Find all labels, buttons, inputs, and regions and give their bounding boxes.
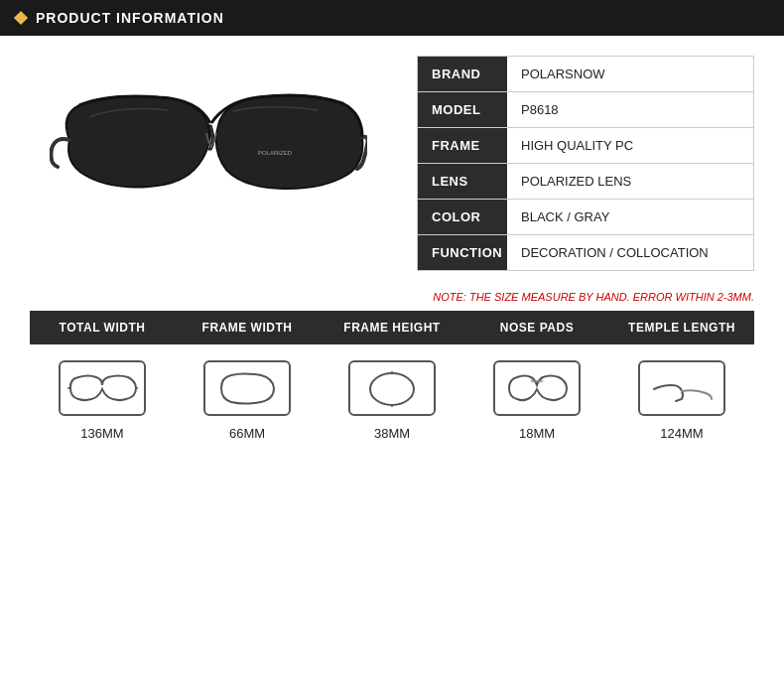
spec-label: MODEL [418, 92, 507, 127]
specs-table: BRAND POLARSNOW MODEL P8618 FRAME HIGH Q… [417, 56, 754, 271]
dim-item: 124MM [609, 360, 754, 441]
spec-value: DECORATION / COLLOCATION [507, 235, 753, 270]
dim-header-cell: TOTAL WIDTH [30, 321, 175, 335]
dimensions-visuals: 136MM 66MM 38MM 18MM 124MM [30, 360, 754, 441]
spec-row: BRAND POLARSNOW [418, 57, 753, 92]
dim-icon-box [348, 360, 436, 416]
svg-point-3 [370, 373, 414, 405]
spec-row: MODEL P8618 [418, 92, 753, 128]
spec-row: FRAME HIGH QUALITY PC [418, 128, 753, 164]
dim-item: 18MM [464, 360, 609, 441]
spec-label: FRAME [418, 128, 507, 163]
diamond-icon [14, 11, 28, 25]
dim-value: 38MM [374, 426, 410, 441]
spec-label: LENS [418, 164, 507, 199]
dim-value: 124MM [660, 426, 703, 441]
svg-text:POLARIZED: POLARIZED [258, 150, 293, 156]
product-image-area: POLARIZED [30, 56, 387, 254]
spec-row: COLOR BLACK / GRAY [418, 200, 753, 235]
dim-icon-box [203, 360, 291, 416]
header-title: PRODUCT INFORMATION [36, 10, 224, 26]
spec-label: COLOR [418, 200, 507, 234]
spec-value: P8618 [507, 92, 753, 127]
dim-item: 66MM [175, 360, 320, 441]
dim-icon-box [638, 360, 725, 416]
dim-icon-box [59, 360, 146, 416]
dim-item: 136MM [30, 360, 175, 441]
dimensions-header: TOTAL WIDTHFRAME WIDTHFRAME HEIGHTNOSE P… [30, 311, 754, 344]
spec-label: FUNCTION [418, 235, 507, 270]
dim-value: 66MM [229, 426, 265, 441]
product-image: POLARIZED [50, 75, 367, 234]
spec-row: FUNCTION DECORATION / COLLOCATION [418, 235, 753, 270]
spec-value: BLACK / GRAY [507, 200, 753, 234]
dim-header-cell: TEMPLE LENGTH [609, 321, 754, 335]
main-content: POLARIZED BRAND POLARSNOW MODEL P8618 FR… [0, 36, 784, 291]
dim-item: 38MM [320, 360, 464, 441]
dim-header-cell: FRAME WIDTH [175, 321, 320, 335]
spec-value: POLARIZED LENS [507, 164, 753, 199]
spec-value: HIGH QUALITY PC [507, 128, 753, 163]
dimensions-section: NOTE: THE SIZE MEASURE BY HAND. ERROR WI… [0, 291, 784, 461]
spec-value: POLARSNOW [507, 57, 753, 91]
note-text: NOTE: THE SIZE MEASURE BY HAND. ERROR WI… [30, 291, 754, 303]
dim-icon-box [493, 360, 581, 416]
dim-header-cell: FRAME HEIGHT [320, 321, 464, 335]
dim-header-cell: NOSE PADS [464, 321, 609, 335]
dim-value: 18MM [519, 426, 555, 441]
spec-row: LENS POLARIZED LENS [418, 164, 753, 200]
dim-value: 136MM [80, 426, 123, 441]
header-bar: PRODUCT INFORMATION [0, 0, 784, 36]
spec-label: BRAND [418, 57, 507, 91]
